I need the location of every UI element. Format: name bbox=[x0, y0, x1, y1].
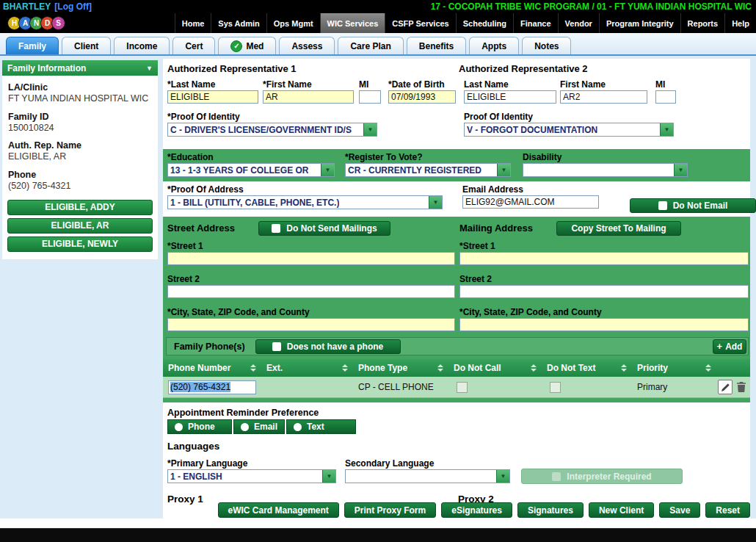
secondary-language-select[interactable]: ▼ bbox=[345, 469, 510, 483]
rep2-mi-input[interactable] bbox=[655, 90, 676, 104]
street2-input[interactable] bbox=[167, 285, 455, 298]
menu-item-help[interactable]: Help bbox=[724, 13, 756, 33]
register-to-vote-label: *Register To Vote? bbox=[345, 152, 511, 163]
tab-appts[interactable]: Appts bbox=[469, 37, 519, 54]
tab-notes[interactable]: Notes bbox=[522, 37, 571, 54]
rep1-heading: Authorized Representative 1 bbox=[167, 63, 297, 74]
logged-in-user: BHARTLEY bbox=[3, 1, 51, 12]
sort-icon bbox=[437, 364, 443, 372]
do-not-email-checkbox[interactable] bbox=[658, 201, 667, 210]
do-not-text-column-header[interactable]: Do Not Text bbox=[542, 359, 632, 377]
menu-item-vendor[interactable]: Vendor bbox=[558, 13, 599, 33]
tab-income[interactable]: Income bbox=[114, 37, 170, 54]
rep1-proof-identity-label: *Proof Of Identity bbox=[167, 112, 377, 123]
menu-item-sys-admin[interactable]: Sys Admin bbox=[211, 13, 266, 33]
menu-item-reports[interactable]: Reports bbox=[680, 13, 725, 33]
menu-item-scheduling[interactable]: Scheduling bbox=[456, 13, 513, 33]
app-window: BHARTLEY [Log Off] 17 - COCOPAH TRIBE WI… bbox=[0, 0, 756, 542]
do-not-call-checkbox[interactable] bbox=[457, 382, 468, 393]
new-client-button[interactable]: New Client bbox=[589, 502, 654, 518]
do-not-send-mailings-checkbox[interactable] bbox=[272, 224, 280, 233]
chevron-down-icon: ▼ bbox=[674, 164, 687, 176]
do-not-email-label: Do Not Email bbox=[673, 200, 728, 211]
sort-icon bbox=[531, 364, 537, 372]
phone-number-column-header[interactable]: Phone Number bbox=[163, 359, 261, 377]
ewic-card-management-button[interactable]: eWIC Card Management bbox=[218, 502, 339, 518]
log-off-link[interactable]: [Log Off] bbox=[54, 1, 92, 12]
mailing-street1-input[interactable] bbox=[459, 252, 749, 265]
record-tabs: Family Client Income Cert ✓ Med Assess C… bbox=[0, 33, 756, 56]
add-phone-button[interactable]: + Add bbox=[713, 339, 746, 354]
tab-med-label: Med bbox=[246, 41, 263, 51]
disability-select[interactable]: ▼ bbox=[523, 163, 688, 177]
family-information-dropdown[interactable]: Family Information ▼ bbox=[2, 60, 158, 76]
primary-language-label: *Primary Language bbox=[167, 458, 336, 469]
menu-item-wic-services[interactable]: WIC Services bbox=[320, 13, 385, 33]
menu-items: Home Sys Admin Ops Mgmt WIC Services CSF… bbox=[175, 13, 756, 33]
rep2-first-name-input[interactable] bbox=[560, 90, 647, 104]
menu-item-ops-mgmt[interactable]: Ops Mgmt bbox=[266, 13, 320, 33]
family-member-button[interactable]: ELIGIBLE, AR bbox=[7, 218, 153, 234]
reminder-email-radio[interactable]: Email bbox=[233, 419, 285, 434]
no-phone-button[interactable]: Does not have a phone bbox=[255, 339, 401, 354]
family-member-button[interactable]: ELIGIBLE, NEWLY bbox=[7, 236, 153, 252]
rep1-proof-identity-value: C - DRIVER'S LICENSE/GOVERNMENT ID/S bbox=[168, 125, 352, 135]
copy-street-to-mailing-button[interactable]: Copy Street To Mailing bbox=[556, 221, 681, 236]
no-phone-checkbox[interactable] bbox=[272, 342, 281, 351]
register-to-vote-select[interactable]: CR - CURRENTLY REGISTERED ▼ bbox=[345, 163, 511, 177]
tab-family[interactable]: Family bbox=[6, 37, 59, 54]
tab-benefits[interactable]: Benefits bbox=[407, 37, 466, 54]
tab-care-plan[interactable]: Care Plan bbox=[338, 37, 403, 54]
rep2-proof-identity-select[interactable]: V - FORGOT DOCUMENTATION ▼ bbox=[464, 123, 674, 137]
menu-item-csfp-services[interactable]: CSFP Services bbox=[385, 13, 455, 33]
menu-item-home[interactable]: Home bbox=[175, 13, 211, 33]
mailing-city-state-zip-input[interactable] bbox=[459, 318, 749, 331]
rep1-last-name-input[interactable] bbox=[167, 90, 258, 104]
menu-item-program-integrity[interactable]: Program Integrity bbox=[599, 13, 680, 33]
email-address-input[interactable] bbox=[462, 195, 599, 209]
menu-item-finance[interactable]: Finance bbox=[513, 13, 558, 33]
email-address-label: Email Address bbox=[462, 184, 599, 195]
do-not-send-mailings-button[interactable]: Do Not Send Mailings bbox=[258, 221, 390, 236]
rep1-first-name-input[interactable] bbox=[263, 90, 354, 104]
tab-cert[interactable]: Cert bbox=[172, 37, 215, 54]
street1-input[interactable] bbox=[167, 252, 455, 265]
education-select[interactable]: 13 - 1-3 YEARS OF COLLEGE OR ▼ bbox=[167, 163, 335, 177]
addresses-phones-band: Street Address Do Not Send Mailings Mail… bbox=[163, 217, 750, 402]
esignatures-button[interactable]: eSignatures bbox=[441, 502, 512, 518]
phone-label: Phone bbox=[8, 170, 152, 180]
primary-language-select[interactable]: 1 - ENGLISH ▼ bbox=[167, 469, 336, 483]
logo-letter: S bbox=[51, 16, 65, 30]
tab-assess[interactable]: Assess bbox=[279, 37, 335, 54]
tab-med[interactable]: ✓ Med bbox=[218, 37, 276, 54]
rep2-last-name-input[interactable] bbox=[464, 90, 556, 104]
do-not-call-column-header[interactable]: Do Not Call bbox=[448, 359, 542, 377]
city-state-zip-input[interactable] bbox=[167, 318, 455, 331]
interpreter-required-button[interactable]: Interpreter Required bbox=[521, 469, 683, 484]
phone-type-column-header[interactable]: Phone Type bbox=[353, 359, 448, 377]
ext-column-header[interactable]: Ext. bbox=[261, 359, 353, 377]
reminder-phone-radio[interactable]: Phone bbox=[167, 419, 232, 434]
chevron-down-icon: ▼ bbox=[429, 196, 442, 209]
reset-button[interactable]: Reset bbox=[705, 502, 750, 518]
sort-icon bbox=[342, 364, 348, 372]
rep1-mi-input[interactable] bbox=[359, 90, 381, 104]
delete-phone-button[interactable] bbox=[737, 382, 746, 392]
signatures-button[interactable]: Signatures bbox=[517, 502, 584, 518]
proof-of-address-select[interactable]: 1 - BILL (UTILITY, CABLE, PHONE, ETC.) ▼ bbox=[167, 195, 443, 209]
edit-phone-button[interactable] bbox=[718, 380, 733, 394]
tab-client[interactable]: Client bbox=[62, 37, 111, 54]
mailing-street2-input[interactable] bbox=[459, 285, 749, 298]
priority-column-header[interactable]: Priority bbox=[632, 359, 716, 377]
phone-number-input[interactable]: (520) 765-4321 bbox=[168, 380, 256, 394]
do-not-text-checkbox[interactable] bbox=[550, 382, 561, 393]
do-not-email-button[interactable]: Do Not Email bbox=[630, 198, 756, 213]
reminder-text-radio[interactable]: Text bbox=[286, 419, 356, 434]
add-phone-label: Add bbox=[725, 342, 742, 352]
save-button[interactable]: Save bbox=[659, 502, 700, 518]
main-menu-bar: H A N D S Home Sys Admin Ops Mgmt WIC Se… bbox=[0, 13, 756, 33]
family-member-button[interactable]: ELIGIBLE, ADDY bbox=[7, 200, 153, 215]
print-proxy-form-button[interactable]: Print Proxy Form bbox=[344, 502, 436, 518]
rep1-dob-input[interactable] bbox=[388, 90, 456, 104]
rep1-proof-identity-select[interactable]: C - DRIVER'S LICENSE/GOVERNMENT ID/S ▼ bbox=[167, 123, 377, 137]
